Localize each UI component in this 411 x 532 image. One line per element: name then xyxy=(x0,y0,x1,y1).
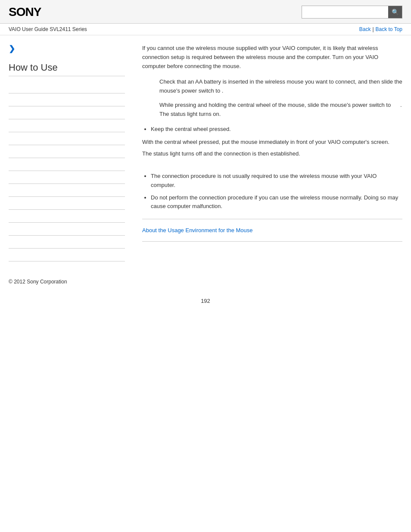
content-area: If you cannot use the wireless mouse sup… xyxy=(138,44,402,261)
steps-container: Check that an AA battery is inserted in … xyxy=(159,78,402,118)
step-3-part2: The status light turns off and the conne… xyxy=(142,149,402,159)
nav-bar: VAIO User Guide SVL2411 Series Back | Ba… xyxy=(0,24,411,35)
search-button[interactable]: 🔍 xyxy=(388,6,402,18)
note-item-2: Do not perform the connection procedure … xyxy=(151,193,402,212)
sidebar-item-9[interactable] xyxy=(9,184,125,197)
sidebar-item-14[interactable] xyxy=(9,249,125,261)
sidebar-chevron[interactable]: ❯ xyxy=(9,44,125,53)
step-2: While pressing and holding the central w… xyxy=(159,101,402,119)
bullet-list-1: Keep the central wheel pressed. xyxy=(151,125,402,134)
search-box: 🔍 xyxy=(302,6,402,19)
sidebar-item-5[interactable] xyxy=(9,132,125,145)
sidebar-item-2[interactable] xyxy=(9,93,125,106)
page-header: SONY 🔍 xyxy=(0,0,411,24)
sidebar-item-3[interactable] xyxy=(9,106,125,119)
related-link[interactable]: About the Usage Environment for the Mous… xyxy=(142,227,253,233)
back-to-top-link[interactable]: Back to Top xyxy=(376,26,402,32)
sidebar-item-6[interactable] xyxy=(9,145,125,158)
guide-title: VAIO User Guide SVL2411 Series xyxy=(9,26,87,32)
sidebar-item-4[interactable] xyxy=(9,119,125,132)
sidebar-item-13[interactable] xyxy=(9,236,125,249)
sidebar-item-7[interactable] xyxy=(9,158,125,171)
nav-links: Back | Back to Top xyxy=(359,26,402,32)
copyright: © 2012 Sony Corporation xyxy=(0,270,411,289)
bullet-item-1: Keep the central wheel pressed. xyxy=(151,125,402,134)
back-link[interactable]: Back xyxy=(359,26,371,32)
section-divider-1 xyxy=(142,219,402,219)
sidebar-item-1[interactable] xyxy=(9,81,125,93)
sidebar-item-12[interactable] xyxy=(9,223,125,236)
search-icon: 🔍 xyxy=(392,9,399,16)
step-3-part1: With the central wheel pressed, put the … xyxy=(142,138,402,147)
search-input[interactable] xyxy=(302,6,388,18)
sidebar-title: How to Use xyxy=(9,62,125,76)
step-1: Check that an AA battery is inserted in … xyxy=(159,78,402,96)
sidebar-item-11[interactable] xyxy=(9,210,125,223)
main-content: ❯ How to Use If you cannot use the wirel… xyxy=(0,35,411,270)
sidebar: ❯ How to Use xyxy=(9,44,138,261)
sony-logo: SONY xyxy=(9,5,41,19)
section-divider-2 xyxy=(142,241,402,242)
nav-separator: | xyxy=(372,26,374,32)
bullet-list-2: The connection procedure is not usually … xyxy=(151,172,402,211)
note-item-1: The connection procedure is not usually … xyxy=(151,172,402,190)
sidebar-item-8[interactable] xyxy=(9,171,125,184)
page-number: 192 xyxy=(0,289,411,313)
sidebar-item-10[interactable] xyxy=(9,197,125,210)
intro-paragraph: If you cannot use the wireless mouse sup… xyxy=(142,44,402,71)
